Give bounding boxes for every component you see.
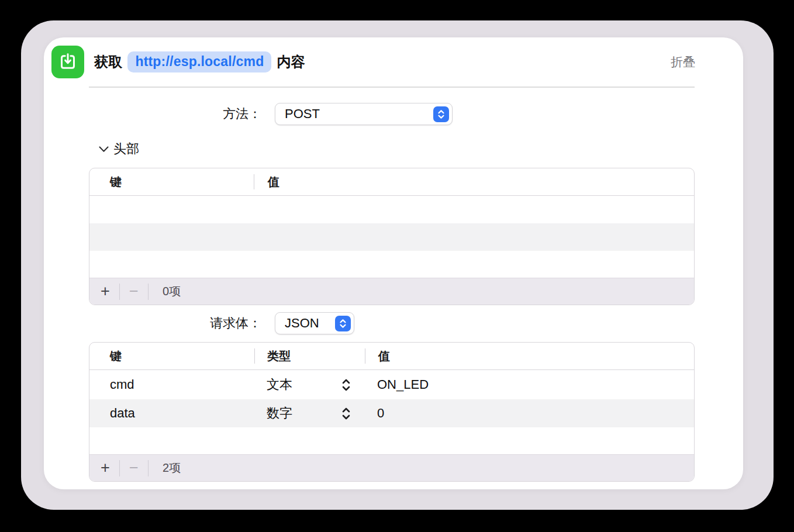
request-body-label: 请求体：	[89, 315, 261, 332]
type-updown-icon	[341, 406, 351, 421]
headers-table: 键 值 + − 0项	[89, 168, 695, 305]
headers-count: 0项	[163, 284, 181, 299]
type-updown-icon	[341, 378, 351, 392]
field-key[interactable]: cmd	[89, 377, 254, 392]
popup-updown-icon	[335, 316, 351, 331]
url-token[interactable]: http://esp.local/cmd	[127, 51, 271, 72]
footer-divider	[148, 460, 149, 476]
method-popup-button[interactable]: POST	[275, 103, 453, 125]
collapse-button[interactable]: 折叠	[671, 54, 695, 70]
field-value[interactable]: ON_LED	[364, 377, 694, 392]
title-divider	[89, 87, 695, 88]
footer-divider	[148, 284, 149, 300]
method-label: 方法：	[89, 105, 261, 123]
request-body-popup-button[interactable]: JSON	[275, 312, 354, 334]
action-title-prefix: 获取	[94, 53, 122, 71]
field-type-value: 数字	[267, 405, 292, 422]
column-header-value: 值	[365, 348, 694, 364]
json-table-header: 键 类型 值	[89, 343, 694, 370]
request-body-row: 请求体： JSON	[89, 312, 695, 334]
method-selected-value: POST	[275, 106, 433, 122]
shortcuts-canvas: 获取 http://esp.local/cmd 内容 折叠 方法： POST	[21, 20, 774, 510]
method-row: 方法： POST	[89, 103, 695, 125]
field-value[interactable]: 0	[364, 406, 694, 421]
field-type-value: 文本	[267, 376, 292, 393]
chevron-down-icon	[99, 146, 109, 153]
column-header-key: 键	[89, 348, 254, 364]
add-header-button[interactable]: +	[99, 284, 112, 299]
add-field-button[interactable]: +	[99, 460, 112, 476]
action-title: 获取 http://esp.local/cmd 内容	[94, 51, 305, 72]
request-body-selected-value: JSON	[275, 316, 335, 331]
field-type-selector[interactable]: 文本	[254, 376, 364, 393]
empty-header-row[interactable]	[89, 251, 694, 278]
remove-field-button[interactable]: −	[127, 460, 140, 476]
headers-section-header[interactable]: 头部	[89, 140, 695, 158]
footer-divider	[119, 460, 120, 476]
json-table-footer: + − 2项	[89, 454, 694, 481]
action-title-row: 获取 http://esp.local/cmd 内容 折叠	[44, 37, 743, 87]
fields-count: 2项	[163, 460, 181, 476]
column-header-value: 值	[254, 174, 694, 190]
footer-divider	[119, 284, 120, 300]
json-body-table: 键 类型 值 cmd 文本 ON_LED	[89, 342, 695, 482]
field-type-selector[interactable]: 数字	[254, 405, 364, 422]
remove-header-button[interactable]: −	[127, 284, 140, 299]
popup-updown-icon	[433, 106, 449, 122]
column-header-type: 类型	[255, 348, 365, 364]
column-header-key: 键	[89, 174, 254, 190]
download-into-box-icon	[51, 46, 84, 78]
action-body: 方法： POST 头部	[89, 103, 695, 482]
empty-header-row[interactable]	[89, 196, 694, 223]
action-title-suffix: 内容	[277, 53, 305, 71]
get-contents-of-url-action-card: 获取 http://esp.local/cmd 内容 折叠 方法： POST	[44, 37, 743, 489]
headers-table-footer: + − 0项	[89, 278, 694, 305]
field-key[interactable]: data	[89, 406, 254, 421]
headers-table-header: 键 值	[89, 168, 694, 196]
empty-field-row[interactable]	[89, 427, 694, 454]
table-row: data 数字 0	[89, 399, 694, 427]
empty-header-row[interactable]	[89, 223, 694, 251]
headers-section-title: 头部	[113, 140, 139, 158]
table-row: cmd 文本 ON_LED	[89, 370, 694, 399]
